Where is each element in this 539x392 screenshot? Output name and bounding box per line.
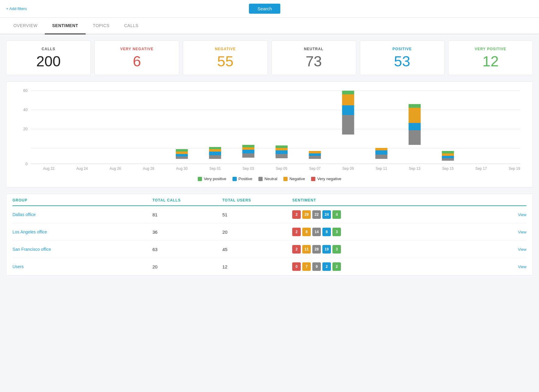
badge-very-pos: 4 — [332, 210, 341, 219]
badge-pos: 2 — [322, 262, 331, 271]
group-sf[interactable]: San Francisco office — [12, 247, 152, 252]
legend-negative: Negative — [283, 177, 305, 181]
stat-value-negative: 55 — [192, 54, 258, 69]
svg-text:Sep 05: Sep 05 — [276, 166, 287, 171]
view-dallas[interactable]: View — [502, 212, 527, 217]
search-button[interactable]: Search — [249, 4, 281, 14]
badge-neg: 7 — [302, 262, 311, 271]
stat-value-very-positive: 12 — [458, 54, 523, 69]
svg-rect-52 — [409, 108, 421, 123]
calls-dallas: 81 — [152, 212, 222, 217]
svg-rect-27 — [176, 149, 188, 152]
view-sf[interactable]: View — [502, 247, 527, 252]
tab-overview[interactable]: OVERVIEW — [6, 18, 45, 34]
add-filters-button[interactable]: + Add filters — [6, 6, 27, 11]
table-row: Dallas office 81 51 2 29 22 24 4 View — [12, 206, 527, 223]
stat-label-very-negative: VERY NEGATIVE — [104, 47, 170, 51]
svg-text:Aug 26: Aug 26 — [110, 166, 121, 171]
svg-rect-32 — [242, 153, 254, 158]
badge-pos: 24 — [322, 210, 331, 219]
badge-pos: 8 — [322, 228, 331, 236]
svg-text:Sep 03: Sep 03 — [243, 166, 254, 171]
legend-dot-neutral — [258, 177, 263, 181]
svg-text:Aug 30: Aug 30 — [176, 166, 188, 171]
legend-neutral: Neutral — [258, 177, 277, 181]
tab-sentiment[interactable]: SENTIMENT — [45, 18, 85, 34]
stat-value-neutral: 73 — [281, 54, 347, 69]
header-group: GROUP — [12, 198, 152, 202]
tab-calls[interactable]: CALLS — [117, 18, 146, 34]
svg-rect-47 — [375, 155, 388, 159]
badges-la: 2 8 14 8 3 — [292, 228, 502, 236]
main-content: CALLS 200 VERY NEGATIVE 6 NEGATIVE 55 NE… — [0, 34, 539, 282]
stat-label-positive: POSITIVE — [369, 47, 435, 51]
stat-card-very-positive: VERY POSITIVE 12 — [448, 40, 533, 75]
users-sf: 45 — [222, 247, 293, 252]
tab-topics[interactable]: TOPICS — [86, 18, 117, 34]
svg-text:Aug 24: Aug 24 — [76, 166, 88, 171]
table-row: Users 20 12 0 7 9 2 2 View — [12, 258, 527, 275]
svg-rect-25 — [176, 154, 188, 156]
svg-text:Aug 22: Aug 22 — [43, 166, 55, 171]
legend-label-negative: Negative — [289, 177, 305, 181]
group-la[interactable]: Los Angeles office — [12, 229, 152, 234]
svg-rect-31 — [209, 147, 221, 149]
table-section: GROUP TOTAL CALLS TOTAL USERS SENTIMENT … — [6, 194, 533, 275]
stat-cards: CALLS 200 VERY NEGATIVE 6 NEGATIVE 55 NE… — [6, 40, 533, 75]
badges-dallas: 2 29 22 24 4 — [292, 210, 502, 219]
badge-neutral: 14 — [312, 228, 321, 236]
legend-very-negative: Very negative — [311, 177, 341, 181]
group-users[interactable]: Users — [12, 264, 152, 269]
svg-rect-50 — [409, 130, 421, 145]
svg-rect-24 — [176, 156, 188, 159]
calls-la: 36 — [152, 229, 222, 235]
stat-value-calls: 200 — [16, 54, 81, 69]
svg-rect-43 — [342, 115, 354, 135]
svg-text:40: 40 — [23, 107, 27, 112]
svg-rect-36 — [275, 154, 288, 158]
svg-text:Sep 17: Sep 17 — [475, 166, 487, 171]
badge-neutral: 28 — [312, 245, 321, 254]
badge-pos: 19 — [322, 245, 331, 254]
users-dallas: 51 — [222, 212, 293, 217]
svg-rect-42 — [309, 151, 321, 153]
svg-rect-26 — [176, 152, 188, 154]
stat-value-positive: 53 — [369, 54, 435, 69]
svg-text:Sep 19: Sep 19 — [509, 166, 520, 171]
svg-text:0: 0 — [25, 162, 27, 166]
view-la[interactable]: View — [502, 230, 527, 234]
table-row: Los Angeles office 36 20 2 8 14 8 3 View — [12, 223, 527, 241]
legend-dot-very-negative — [311, 177, 315, 181]
svg-rect-49 — [375, 148, 388, 150]
svg-rect-41 — [309, 153, 321, 156]
svg-rect-48 — [375, 150, 388, 155]
bar-chart: 60 40 20 0 Aug 22 Aug 24 Aug 26 Aug 28 A… — [12, 88, 527, 173]
stat-card-calls: CALLS 200 — [6, 40, 91, 75]
svg-rect-53 — [409, 104, 421, 108]
svg-rect-38 — [275, 148, 288, 150]
legend-dot-negative — [283, 177, 288, 181]
svg-text:Sep 11: Sep 11 — [376, 166, 387, 171]
badge-very-neg: 0 — [292, 262, 301, 271]
table-header: GROUP TOTAL CALLS TOTAL USERS SENTIMENT — [12, 194, 527, 206]
svg-rect-55 — [442, 156, 454, 158]
legend-dot-very-positive — [198, 177, 202, 181]
stat-card-negative: NEGATIVE 55 — [183, 40, 268, 75]
group-dallas[interactable]: Dallas office — [12, 212, 152, 217]
badge-neg: 11 — [302, 245, 311, 254]
stat-label-neutral: NEUTRAL — [281, 47, 347, 51]
svg-rect-56 — [442, 153, 454, 156]
legend-label-very-negative: Very negative — [317, 177, 341, 181]
calls-sf: 63 — [152, 247, 222, 252]
svg-text:20: 20 — [23, 127, 27, 131]
chart-legend: Very positive Positive Neutral Negative … — [12, 177, 527, 181]
view-users[interactable]: View — [502, 264, 527, 269]
svg-text:Sep 15: Sep 15 — [442, 166, 454, 171]
legend-label-neutral: Neutral — [264, 177, 277, 181]
badge-neutral: 9 — [312, 262, 321, 271]
badge-neg: 8 — [302, 228, 311, 236]
svg-rect-40 — [309, 156, 321, 159]
svg-rect-57 — [442, 151, 454, 153]
badge-very-pos: 3 — [332, 245, 341, 254]
stat-label-calls: CALLS — [16, 47, 81, 51]
